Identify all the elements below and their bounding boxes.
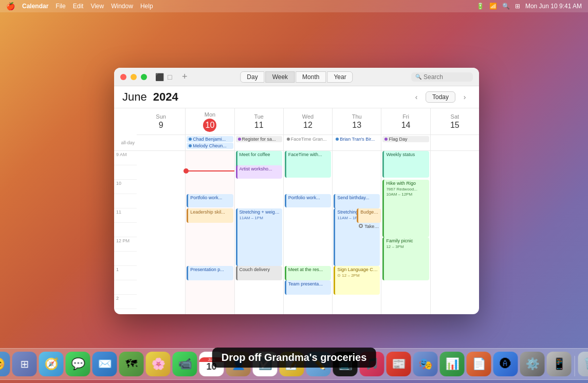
time-11am: 11 bbox=[114, 208, 137, 223]
allday-label: all-day bbox=[114, 135, 137, 150]
search-box[interactable]: 🔍 bbox=[411, 72, 473, 82]
time-930 bbox=[114, 165, 137, 180]
time-12pm: 12 PM bbox=[114, 237, 137, 252]
apple-menu[interactable]: 🍎 bbox=[6, 2, 15, 10]
allday-event-melody[interactable]: Melody Cheun... bbox=[187, 143, 233, 149]
time-2pm: 2 bbox=[114, 295, 137, 309]
day-header-thu: Thu 13 bbox=[333, 108, 381, 135]
share-icon[interactable]: □ bbox=[168, 73, 176, 81]
day-col-sat[interactable]: H... bbox=[431, 151, 479, 314]
window-menu[interactable]: Window bbox=[111, 3, 133, 10]
event-take-luna[interactable]: Take Luna to th... bbox=[357, 223, 381, 237]
day-col-fri[interactable]: Weekly status Hike with Rigo 7867 Redwoo… bbox=[381, 151, 430, 314]
day-col-tue[interactable]: Meet for coffee Artist worksho... Stretc… bbox=[235, 151, 284, 314]
help-menu[interactable]: Help bbox=[140, 3, 153, 10]
allday-event-register[interactable]: Register for sa... bbox=[236, 136, 282, 142]
close-button[interactable] bbox=[120, 74, 126, 80]
allday-cell-thu[interactable]: Brian Tran's Bir... bbox=[333, 135, 381, 150]
search-icon[interactable]: 🔍 bbox=[502, 3, 510, 10]
minimize-button[interactable] bbox=[131, 74, 137, 80]
dock-photos[interactable]: 🌸 bbox=[146, 352, 171, 376]
event-weekly-status[interactable]: Weekly status bbox=[382, 151, 429, 178]
allday-event-flagday[interactable]: Flag Day bbox=[382, 136, 429, 142]
dock-finder[interactable]: 😊 bbox=[0, 352, 10, 376]
dock-maps[interactable]: 🗺 bbox=[119, 352, 144, 376]
event-tooltip: Drop off Grandma's groceries bbox=[212, 348, 376, 368]
event-facetime-wed[interactable]: FaceTime with... bbox=[285, 151, 331, 178]
dock-iphone[interactable]: 📱 bbox=[547, 352, 572, 376]
calendar-content: June 2024 ‹ Today › Sun 9 Mon 10 Tue 11 bbox=[114, 86, 479, 314]
dock-settings[interactable]: ⚙️ bbox=[520, 352, 545, 376]
day-header-sat: Sat 15 bbox=[431, 108, 479, 135]
event-portfolio-wed[interactable]: Portfolio work... bbox=[285, 194, 331, 207]
app-menu[interactable]: Calendar bbox=[22, 3, 48, 10]
event-meet-res[interactable]: Meet at the res... bbox=[285, 266, 331, 280]
dock-appstore[interactable]: 🅐 bbox=[493, 352, 518, 376]
event-send-birthday[interactable]: Send birthday... bbox=[334, 194, 380, 208]
day-columns: Portfolio work... Leadership skil... Pre… bbox=[137, 151, 479, 314]
titlebar-icons: ⬛ □ bbox=[155, 73, 176, 81]
today-button[interactable]: Today bbox=[426, 91, 455, 103]
dock-safari[interactable]: 🧭 bbox=[39, 352, 64, 376]
time-230 bbox=[114, 309, 137, 314]
battery-icon: 🔋 bbox=[476, 3, 484, 10]
search-input[interactable] bbox=[424, 73, 470, 81]
dock-trash[interactable]: 🗑️ bbox=[578, 352, 589, 376]
maximize-button[interactable] bbox=[141, 74, 147, 80]
dock-facetime[interactable]: 📹 bbox=[173, 352, 197, 376]
event-budget-meeting[interactable]: Budget meeting bbox=[357, 208, 381, 223]
day-col-mon[interactable]: Portfolio work... Leadership skil... Pre… bbox=[186, 151, 234, 314]
sidebar-toggle-icon[interactable]: ⬛ bbox=[155, 73, 163, 81]
event-presentation-mon[interactable]: Presentation p... bbox=[187, 266, 233, 280]
dock-keynote[interactable]: 🎭 bbox=[413, 352, 438, 376]
prev-button[interactable]: ‹ bbox=[410, 91, 422, 103]
allday-cell-tue[interactable]: Register for sa... bbox=[235, 135, 284, 150]
dock-pages[interactable]: 📄 bbox=[467, 352, 491, 376]
wifi-icon: 📶 bbox=[489, 3, 497, 10]
time-1030 bbox=[114, 194, 137, 208]
day-header-sun: Sun 9 bbox=[137, 108, 186, 135]
menu-bar: 🍎 Calendar File Edit View Window Help 🔋 … bbox=[0, 0, 588, 12]
time-1pm: 1 bbox=[114, 266, 137, 280]
event-artist-workshop[interactable]: Artist worksho... bbox=[236, 165, 282, 179]
tooltip-text: Drop off Grandma's groceries bbox=[222, 352, 367, 363]
allday-cell-wed[interactable]: FaceTime Gran... bbox=[284, 135, 333, 150]
event-hike-rigo[interactable]: Hike with Rigo 7867 Redwood... 10AM – 12… bbox=[382, 180, 429, 237]
day-view-button[interactable]: Day bbox=[240, 71, 264, 83]
day-col-wed[interactable]: FaceTime with... Portfolio work... Meet … bbox=[284, 151, 333, 314]
allday-cell-mon[interactable]: Chad Benjami... Melody Cheun... bbox=[186, 135, 234, 150]
time-130 bbox=[114, 280, 137, 295]
add-event-button[interactable]: + bbox=[182, 73, 190, 81]
dock-numbers[interactable]: 📊 bbox=[440, 352, 465, 376]
day-col-thu[interactable]: Send birthday... Stretching + weights 11… bbox=[333, 151, 381, 314]
datetime-display: Mon Jun 10 9:41 AM bbox=[525, 3, 582, 10]
event-family-picnic[interactable]: Family picnic 12 – 3PM bbox=[382, 237, 429, 280]
dock-launchpad[interactable]: ⊞ bbox=[12, 352, 37, 376]
next-button[interactable]: › bbox=[458, 91, 471, 103]
time-1130 bbox=[114, 223, 137, 237]
dock-messages[interactable]: 💬 bbox=[66, 352, 90, 376]
control-center-icon[interactable]: ⊞ bbox=[515, 3, 520, 10]
allday-event-facetime[interactable]: FaceTime Gran... bbox=[285, 136, 331, 142]
dock-mail[interactable]: ✉️ bbox=[93, 352, 117, 376]
file-menu[interactable]: File bbox=[56, 3, 65, 10]
allday-event-brian[interactable]: Brian Tran's Bir... bbox=[334, 136, 380, 142]
view-menu[interactable]: View bbox=[90, 3, 104, 10]
event-portfolio-mon[interactable]: Portfolio work... bbox=[187, 194, 233, 207]
month-view-button[interactable]: Month bbox=[296, 71, 326, 83]
calendar-window: ⬛ □ + Day Week Month Year 🔍 June 2024 ‹ … bbox=[114, 68, 479, 314]
allday-cell-fri[interactable]: Flag Day bbox=[381, 135, 430, 150]
event-team-presenta[interactable]: Team presenta... bbox=[285, 280, 331, 295]
edit-menu[interactable]: Edit bbox=[73, 3, 84, 10]
event-sign-language[interactable]: Sign Language Club ⊙ 12 – 2PM bbox=[334, 266, 380, 295]
dock-news[interactable]: 📰 bbox=[387, 352, 411, 376]
event-stretching-tue[interactable]: Stretching + weights 11AM – 1PM bbox=[236, 208, 282, 266]
menu-bar-left: 🍎 Calendar File Edit View Window Help bbox=[6, 2, 153, 10]
event-couch-delivery[interactable]: Couch delivery bbox=[236, 266, 282, 280]
allday-event-chad[interactable]: Chad Benjami... bbox=[187, 136, 233, 142]
event-leadership[interactable]: Leadership skil... bbox=[187, 208, 233, 223]
year-view-button[interactable]: Year bbox=[327, 71, 353, 83]
week-view-button[interactable]: Week bbox=[266, 71, 295, 83]
calendar-navigation: ‹ Today › bbox=[410, 91, 471, 103]
day-col-sun[interactable] bbox=[137, 151, 186, 314]
